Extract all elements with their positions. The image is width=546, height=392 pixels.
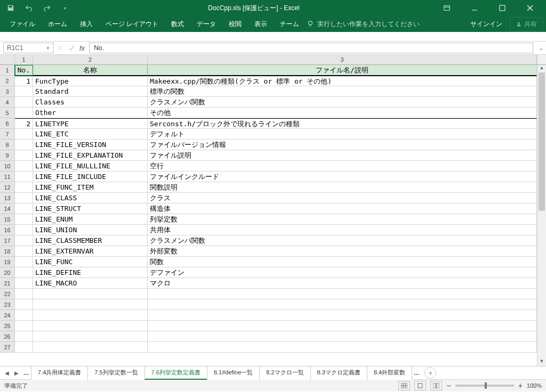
- cell[interactable]: [148, 331, 537, 342]
- row-header[interactable]: 24: [0, 310, 15, 321]
- row-header[interactable]: 16: [0, 225, 15, 235]
- row-header[interactable]: 15: [0, 214, 15, 225]
- cell[interactable]: 名称: [33, 65, 148, 76]
- cell[interactable]: [33, 299, 148, 310]
- cell[interactable]: デフォルト: [148, 129, 537, 140]
- cell[interactable]: [33, 321, 148, 331]
- sheet-nav-trailing[interactable]: ...: [412, 369, 421, 377]
- cell[interactable]: [15, 331, 33, 342]
- cell[interactable]: クラスメンバ関数: [148, 235, 537, 246]
- cell[interactable]: LINE_FUNC_ITEM: [33, 182, 148, 193]
- zoom-slider[interactable]: [455, 385, 514, 387]
- tell-me-search[interactable]: 実行したい作業を入力してください: [307, 20, 420, 29]
- sheet-nav-prev-icon[interactable]: ◀: [2, 370, 12, 376]
- cell[interactable]: 2: [15, 118, 33, 129]
- save-icon[interactable]: [4, 2, 17, 14]
- cell[interactable]: LINE_FUNC: [33, 257, 148, 267]
- cell[interactable]: [33, 289, 148, 299]
- zoom-out-button[interactable]: −: [446, 381, 451, 390]
- fx-icon[interactable]: fx: [77, 44, 87, 52]
- row-header[interactable]: 23: [0, 299, 15, 310]
- cell[interactable]: [15, 150, 33, 161]
- row-header[interactable]: 17: [0, 235, 15, 246]
- row-header[interactable]: 2: [0, 76, 15, 86]
- cell[interactable]: 1: [15, 76, 33, 86]
- close-button[interactable]: [519, 1, 541, 15]
- row-header[interactable]: 22: [0, 289, 15, 299]
- cell[interactable]: [15, 267, 33, 278]
- row-header[interactable]: 13: [0, 193, 15, 203]
- row-header[interactable]: 14: [0, 203, 15, 214]
- row-header[interactable]: 19: [0, 257, 15, 267]
- row-header[interactable]: 26: [0, 331, 15, 342]
- row-header[interactable]: 1: [0, 65, 15, 76]
- row-header[interactable]: 9: [0, 150, 15, 161]
- share-button[interactable]: 共有: [510, 17, 543, 31]
- row-header[interactable]: 27: [0, 342, 15, 353]
- scroll-down-icon[interactable]: ▼: [537, 358, 546, 366]
- scroll-up-icon[interactable]: ▲: [537, 65, 546, 72]
- cell[interactable]: LINE_MACRO: [33, 278, 148, 289]
- cell[interactable]: LINE_CLASSMEMBER: [33, 235, 148, 246]
- sheet-tab[interactable]: 8.1#define一覧: [207, 366, 260, 380]
- cell[interactable]: [15, 310, 33, 321]
- cell[interactable]: [15, 172, 33, 182]
- cell[interactable]: [15, 214, 33, 225]
- cell[interactable]: [33, 342, 148, 353]
- cell[interactable]: [148, 289, 537, 299]
- redo-icon[interactable]: [41, 2, 53, 14]
- cell[interactable]: [148, 299, 537, 310]
- view-page-break-icon[interactable]: [430, 381, 442, 390]
- signin-link[interactable]: サインイン: [466, 18, 507, 31]
- zoom-in-button[interactable]: +: [518, 381, 523, 390]
- name-box[interactable]: R1C1 ▼: [3, 43, 54, 53]
- ribbon-tab[interactable]: データ: [190, 17, 222, 32]
- cell[interactable]: その他: [148, 108, 537, 118]
- cell[interactable]: Other: [33, 108, 148, 118]
- view-normal-icon[interactable]: [398, 381, 410, 390]
- row-header[interactable]: 7: [0, 129, 15, 140]
- qat-customize-icon[interactable]: ▾: [59, 2, 71, 14]
- formula-input[interactable]: No.: [89, 43, 533, 53]
- col-header-1[interactable]: 1: [15, 55, 33, 64]
- cell[interactable]: LINE_EXTERNVAR: [33, 246, 148, 257]
- cell[interactable]: 共用体: [148, 225, 537, 235]
- cell[interactable]: 関数説明: [148, 182, 537, 193]
- ribbon-tab[interactable]: チーム: [274, 17, 306, 32]
- cell[interactable]: LINE_STRUCT: [33, 203, 148, 214]
- cell[interactable]: [33, 310, 148, 321]
- cell[interactable]: [15, 108, 33, 118]
- ribbon-display-options-icon[interactable]: [436, 1, 457, 15]
- row-header[interactable]: 25: [0, 321, 15, 331]
- cell[interactable]: [15, 289, 33, 299]
- cell[interactable]: Makeexx.cpp/関数の種類(クラス or 標準 or その他): [148, 76, 537, 86]
- ribbon-tab[interactable]: 数式: [165, 17, 190, 32]
- cell[interactable]: Standard: [33, 86, 148, 97]
- ribbon-tab[interactable]: 表示: [248, 17, 274, 32]
- cell[interactable]: [15, 193, 33, 203]
- cell[interactable]: 列挙定数: [148, 214, 537, 225]
- cell[interactable]: [15, 86, 33, 97]
- row-header[interactable]: 20: [0, 267, 15, 278]
- cell[interactable]: ファイル説明: [148, 150, 537, 161]
- cell[interactable]: マクロ: [148, 278, 537, 289]
- cell[interactable]: LINE_FILE_NULLLINE: [33, 161, 148, 172]
- sheet-tab[interactable]: 7.5列挙定数一覧: [87, 366, 144, 380]
- cell[interactable]: LINE_FILE_VERSION: [33, 140, 148, 150]
- cell[interactable]: [15, 321, 33, 331]
- cell[interactable]: [15, 97, 33, 108]
- ribbon-tab[interactable]: ファイル: [3, 17, 42, 32]
- ribbon-tab[interactable]: 校閲: [222, 17, 248, 32]
- grid-body[interactable]: 1No.名称ファイル名/説明21FuncTypeMakeexx.cpp/関数の種…: [0, 65, 537, 366]
- sheet-tab[interactable]: 7.4共用体定義書: [31, 366, 88, 380]
- cell[interactable]: [15, 299, 33, 310]
- formula-bar-expand-icon[interactable]: ⌄: [536, 44, 546, 52]
- ribbon-tab[interactable]: ページ レイアウト: [99, 17, 165, 32]
- maximize-button[interactable]: [492, 1, 513, 15]
- cell[interactable]: No.: [15, 65, 33, 76]
- sheet-nav-next-icon[interactable]: ▶: [12, 370, 21, 376]
- row-header[interactable]: 8: [0, 140, 15, 150]
- row-header[interactable]: 10: [0, 161, 15, 172]
- row-header[interactable]: 11: [0, 172, 15, 182]
- vertical-scrollbar[interactable]: ▲ ▼: [537, 65, 546, 366]
